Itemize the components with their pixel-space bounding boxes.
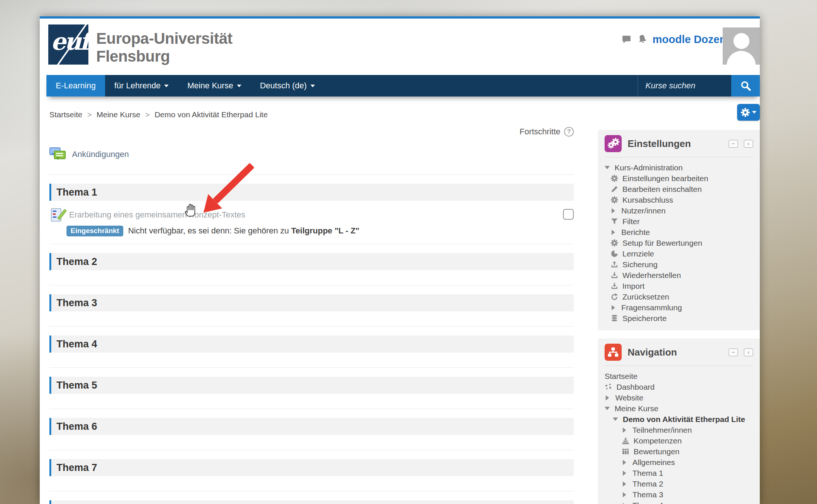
sections-list: Thema 1 Erarbeitung eines gemeinsamen Ko… bbox=[49, 174, 574, 504]
dock-block-icon[interactable]: ‹ bbox=[744, 348, 753, 356]
chevron-down-icon bbox=[752, 111, 756, 114]
settings-item-einstellungen-bearbeiten[interactable]: Einstellungen bearbeiten bbox=[605, 173, 753, 184]
search-button[interactable] bbox=[731, 75, 760, 96]
restriction-group: Teilgruppe "L - Z" bbox=[291, 226, 359, 235]
settings-item-kurs-administration[interactable]: Kurs-Administration bbox=[605, 162, 753, 173]
navigation-block-icon bbox=[605, 344, 622, 361]
section-title-bar: Thema 7 bbox=[49, 459, 574, 476]
settings-item-kursabschluss[interactable]: Kursabschluss bbox=[605, 194, 753, 205]
breadcrumb-current-course: Demo von Aktivität Etherpad Lite bbox=[154, 110, 268, 119]
navigation-tree: Startseite Dashboard Website Meine Kurse bbox=[605, 371, 753, 504]
help-icon[interactable]: ? bbox=[564, 127, 574, 137]
settings-item-nutzer-innen[interactable]: Nutzer/innen bbox=[605, 205, 753, 216]
section-title-bar: Thema 2 bbox=[49, 253, 574, 270]
completion-checkbox[interactable] bbox=[563, 209, 574, 220]
section-thema-3: Thema 3 bbox=[49, 285, 574, 326]
nav-item-language[interactable]: Deutsch (de) bbox=[251, 75, 324, 96]
settings-tree: Kurs-Administration Einstellungen bearbe… bbox=[605, 162, 753, 324]
search-box bbox=[638, 75, 731, 96]
university-logo[interactable]: euf bbox=[48, 24, 88, 65]
breadcrumb-startseite[interactable]: Startseite bbox=[49, 110, 82, 119]
etherpad-activity-icon bbox=[51, 207, 64, 222]
section-thema-2: Thema 2 bbox=[49, 244, 574, 285]
site-header: euf Europa-Universität Flensburg moodle … bbox=[40, 19, 760, 75]
pie-chart-icon bbox=[611, 250, 618, 258]
settings-item-lernziele[interactable]: Lernziele bbox=[605, 248, 753, 259]
settings-item-import[interactable]: Import bbox=[605, 281, 753, 291]
settings-item-filter[interactable]: Filter bbox=[605, 216, 753, 227]
settings-item-bearbeiten-einschalten[interactable]: Bearbeiten einschalten bbox=[605, 184, 753, 194]
nav-tree-bewertungen[interactable]: Bewertungen bbox=[605, 446, 753, 457]
settings-item-setup-bewertungen[interactable]: Setup für Bewertungen bbox=[605, 238, 753, 248]
activity-row: Erarbeitung eines gemeinsamen Konzept-Te… bbox=[49, 207, 574, 222]
chevron-right-icon bbox=[606, 395, 609, 400]
download-icon bbox=[611, 282, 618, 290]
chevron-right-icon bbox=[623, 503, 626, 504]
section-thema-7: Thema 7 bbox=[49, 450, 574, 491]
gear-icon bbox=[611, 196, 618, 204]
settings-item-sicherung[interactable]: Sicherung bbox=[605, 259, 753, 270]
notifications-bell-icon[interactable] bbox=[637, 33, 648, 45]
nav-item-elearning[interactable]: E-Learning bbox=[46, 75, 105, 96]
database-icon bbox=[611, 314, 618, 322]
download-icon bbox=[611, 271, 618, 279]
gears-icon bbox=[607, 137, 619, 150]
nav-tree-thema-1[interactable]: Thema 1 bbox=[605, 468, 753, 478]
avatar-torso bbox=[727, 51, 756, 65]
nav-tree-dashboard[interactable]: Dashboard bbox=[605, 382, 753, 392]
nav-tree-startseite[interactable]: Startseite bbox=[605, 371, 753, 382]
settings-item-fragensammlung[interactable]: Fragensammlung bbox=[605, 302, 753, 313]
minimize-block-icon[interactable]: − bbox=[729, 140, 738, 148]
settings-item-wiederherstellen[interactable]: Wiederherstellen bbox=[605, 270, 753, 281]
nav-tree-website[interactable]: Website bbox=[605, 392, 753, 403]
moodle-page: euf Europa-Universität Flensburg moodle … bbox=[40, 16, 760, 504]
gear-icon bbox=[611, 239, 618, 247]
section-thema-1: Thema 1 Erarbeitung eines gemeinsamen Ko… bbox=[49, 174, 574, 244]
nav-tree-teilnehmer[interactable]: Teilnehmer/innen bbox=[605, 425, 753, 435]
dock-block-icon[interactable]: ‹ bbox=[744, 140, 753, 148]
nav-item-meine-kurse[interactable]: Meine Kurse bbox=[178, 75, 251, 96]
settings-block-header: Einstellungen − ‹ bbox=[605, 135, 753, 157]
course-settings-button[interactable] bbox=[737, 104, 760, 121]
nav-tree-thema-3[interactable]: Thema 3 bbox=[605, 489, 753, 500]
nav-tree-kompetenzen[interactable]: Kompetenzen bbox=[605, 435, 753, 446]
grade-table-icon bbox=[622, 448, 629, 455]
sidebar: Einstellungen − ‹ Kurs-Administration Ei… bbox=[598, 130, 760, 504]
section-thema-8: Thema 8 bbox=[49, 491, 574, 504]
search-icon bbox=[740, 80, 751, 91]
avatar[interactable] bbox=[723, 27, 760, 65]
section-thema-5: Thema 5 bbox=[49, 367, 574, 409]
gear-icon bbox=[740, 108, 750, 117]
activity-link[interactable]: Erarbeitung eines gemeinsamen Konzept-Te… bbox=[69, 210, 245, 220]
announcements-link[interactable]: Ankündigungen bbox=[72, 150, 129, 159]
chevron-down-icon bbox=[605, 407, 610, 410]
nav-tree-current-course[interactable]: Demo von Aktivität Etherpad Lite bbox=[605, 414, 753, 425]
breadcrumb-meine-kurse[interactable]: Meine Kurse bbox=[97, 110, 140, 119]
nav-tree-meine-kurse[interactable]: Meine Kurse bbox=[605, 403, 753, 414]
settings-block-title: Einstellungen bbox=[628, 138, 723, 150]
settings-item-berichte[interactable]: Berichte bbox=[605, 227, 753, 238]
nav-tree-allgemeines[interactable]: Allgemeines bbox=[605, 457, 753, 468]
undo-icon bbox=[611, 293, 618, 301]
settings-item-speicherorte[interactable]: Speicherorte bbox=[605, 313, 753, 324]
restricted-badge: Eingeschränkt bbox=[66, 226, 123, 236]
messages-icon[interactable] bbox=[621, 35, 632, 45]
section-title-bar: Thema 8 bbox=[49, 500, 574, 504]
university-name: Europa-Universität Flensburg bbox=[96, 30, 232, 65]
chevron-down-icon bbox=[613, 418, 618, 421]
progress-label: Fortschritte bbox=[520, 127, 560, 137]
settings-item-zuruecksetzen[interactable]: Zurücksetzen bbox=[605, 291, 753, 302]
navigation-block: Navigation − ‹ Startseite Dashboard Webs… bbox=[598, 338, 760, 504]
navigation-block-header: Navigation − ‹ bbox=[605, 344, 753, 366]
chevron-right-icon bbox=[623, 428, 626, 433]
chevron-right-icon bbox=[623, 471, 626, 476]
logo-text: euf bbox=[51, 27, 88, 55]
nav-tree-thema-2[interactable]: Thema 2 bbox=[605, 478, 753, 489]
chevron-right-icon bbox=[623, 481, 626, 487]
nav-tree-thema-4[interactable]: Thema 4 bbox=[605, 500, 753, 504]
search-input[interactable] bbox=[638, 81, 731, 91]
minimize-block-icon[interactable]: − bbox=[729, 348, 738, 356]
nav-item-fuer-lehrende[interactable]: für Lehrende bbox=[105, 75, 178, 96]
forum-bubble-green bbox=[54, 151, 66, 159]
forum-icon bbox=[49, 147, 66, 161]
